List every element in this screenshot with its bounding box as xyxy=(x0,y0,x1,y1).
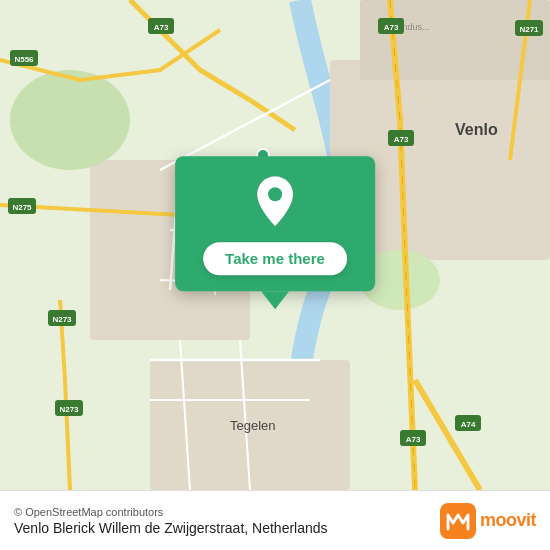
svg-text:Tegelen: Tegelen xyxy=(230,418,276,433)
svg-text:A73: A73 xyxy=(154,23,169,32)
location-name: Venlo Blerick Willem de Zwijgerstraat, N… xyxy=(14,520,328,536)
svg-rect-46 xyxy=(440,503,476,539)
svg-text:N273: N273 xyxy=(59,405,79,414)
svg-text:A73: A73 xyxy=(406,435,421,444)
attribution-text: © OpenStreetMap contributors xyxy=(14,506,328,518)
svg-point-45 xyxy=(268,187,282,201)
svg-text:A73: A73 xyxy=(384,23,399,32)
svg-text:A74: A74 xyxy=(461,420,476,429)
moovit-icon-svg xyxy=(440,503,476,539)
popup-card: Take me there xyxy=(175,156,375,291)
footer-left: © OpenStreetMap contributors Venlo Bleri… xyxy=(14,506,328,536)
svg-point-8 xyxy=(10,70,130,170)
svg-text:N556: N556 xyxy=(14,55,34,64)
svg-text:Venlo: Venlo xyxy=(455,121,498,138)
take-me-there-button[interactable]: Take me there xyxy=(203,242,347,275)
location-icon xyxy=(253,174,297,232)
popup-overlay: Take me there xyxy=(175,156,375,309)
svg-text:N271: N271 xyxy=(519,25,539,34)
moovit-logo: moovit xyxy=(440,503,536,539)
svg-text:N275: N275 xyxy=(12,203,32,212)
map-container: Maas Maas Indus... A73 A73 A73 A74 N556 xyxy=(0,0,550,490)
footer-bar: © OpenStreetMap contributors Venlo Bleri… xyxy=(0,490,550,550)
svg-text:A73: A73 xyxy=(394,135,409,144)
svg-text:Indus...: Indus... xyxy=(400,22,430,32)
svg-text:N273: N273 xyxy=(52,315,72,324)
moovit-text: moovit xyxy=(480,510,536,531)
popup-tail xyxy=(261,291,289,309)
